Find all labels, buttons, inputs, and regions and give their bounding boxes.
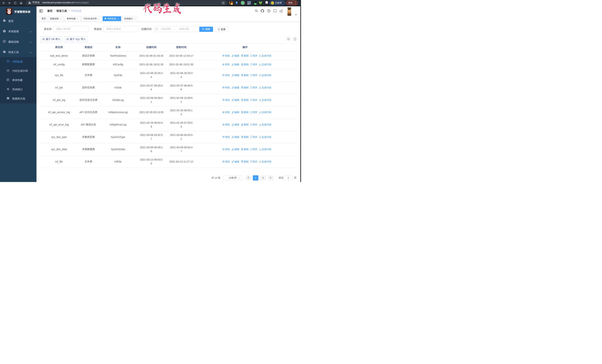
svg-text:on: on [255, 3, 256, 4]
